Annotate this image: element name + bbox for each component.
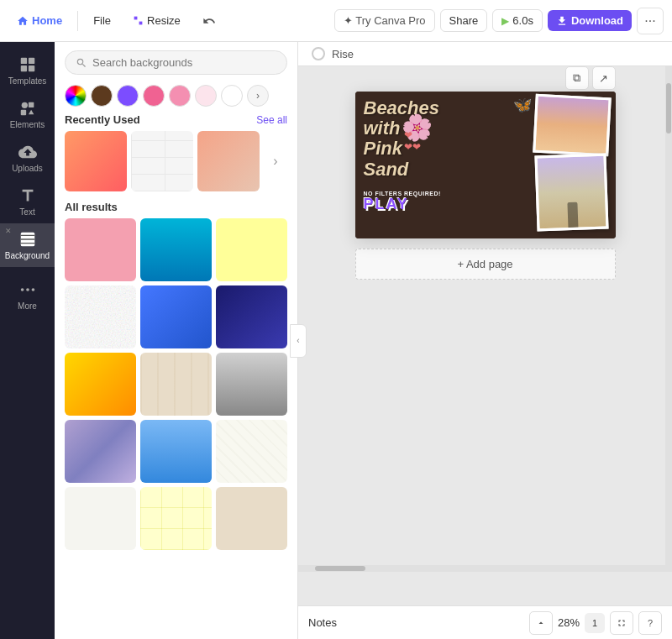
fit-page-button[interactable] [610,611,633,635]
text-icon [18,186,37,205]
svg-point-13 [31,288,34,291]
svg-point-12 [26,288,29,291]
search-icon [76,57,87,69]
main-layout: Templates Elements Uploads Text ✕ Backgr… [0,42,672,639]
copy-page-button[interactable]: ⧉ [565,66,589,90]
panel-scrollable[interactable]: Recently Used See all › A [55,113,297,639]
fullscreen-icon [617,618,627,628]
scroll-thumb-bottom[interactable] [315,566,365,571]
pink-light-swatch[interactable] [195,85,217,107]
all-results-header: All results [65,201,287,213]
sidebar-item-background[interactable]: ✕ Background [0,223,55,267]
sidebar-item-templates[interactable]: Templates [0,49,55,92]
svg-rect-7 [28,102,33,107]
bg-thumb-7[interactable] [65,353,136,416]
zoom-out-button[interactable] [529,611,553,635]
sidebar-item-elements[interactable]: Elements [0,92,55,136]
undo-icon [202,14,216,28]
canvas-scroll[interactable]: ⧉ ↗ BeacheswithPinkSand NO FILTERS REQUI… [298,66,672,605]
bg-thumb-14[interactable] [140,487,212,550]
all-results-row-5 [65,487,287,550]
panel-collapse-handle[interactable]: ‹ [290,324,307,358]
undo-button[interactable] [194,10,224,32]
bg-thumb-2[interactable] [140,218,212,281]
bg-thumb-15[interactable] [216,487,287,550]
svg-rect-0 [134,17,138,20]
sidebar-item-uploads[interactable]: Uploads [0,136,55,180]
topbar: Home File Resize ✦ Try Canva Pro Share ▶… [0,0,672,42]
recently-used-header: Recently Used See all [65,113,287,126]
pink-medium-swatch[interactable] [169,85,191,107]
gradient-swatch[interactable] [65,85,87,107]
play-icon: ▶ [501,15,509,27]
try-pro-button[interactable]: ✦ Try Canva Pro [334,9,435,32]
purple-swatch[interactable] [117,85,139,107]
search-box[interactable] [65,50,287,75]
page-indicator: 1 [585,613,605,633]
bg-thumb-4[interactable] [65,285,136,348]
more-options-button[interactable]: ··· [637,8,664,34]
recent-more-btn[interactable]: › [264,131,287,191]
sidebar-item-text[interactable]: Text [0,180,55,223]
bg-thumb-11[interactable] [140,420,212,483]
svg-rect-3 [28,58,34,64]
scroll-track-bottom [298,565,665,572]
share-button[interactable]: Share [440,9,488,32]
home-icon [17,15,29,27]
search-input[interactable] [92,56,276,69]
polaroid-1 [533,94,612,157]
panel-search [55,42,297,80]
bg-thumb-8[interactable] [140,353,212,416]
all-results-row-1 [65,218,287,281]
timer-badge: ▶ 6.0s [492,9,543,32]
notes-button[interactable]: Notes [308,616,337,629]
recent-thumb-2[interactable] [131,131,193,191]
recent-thumb-3[interactable] [197,131,260,191]
chevron-up-icon [536,618,546,628]
svg-point-6 [21,102,27,108]
home-button[interactable]: Home [8,10,71,31]
recent-thumb-1[interactable] [65,131,127,191]
hearts-decoration: ❤❤❤ [404,129,421,153]
bottom-right: 28% 1 ? [529,611,662,635]
download-icon [556,15,568,27]
bg-thumb-12[interactable] [216,420,287,483]
recently-used-row: › [65,131,287,191]
templates-icon [18,55,37,74]
download-button[interactable]: Download [548,10,632,31]
canvas-area: Rise ⧉ ↗ BeacheswithPinkSand [298,42,672,639]
add-page-button[interactable]: + Add page [355,249,616,280]
bg-thumb-5[interactable] [140,285,212,348]
uploads-icon [18,143,37,161]
icon-sidebar: Templates Elements Uploads Text ✕ Backgr… [0,42,55,639]
file-button[interactable]: File [85,10,119,31]
all-results-row-2 [65,285,287,348]
photo-polaroid [490,96,612,234]
bg-thumb-13[interactable] [65,487,136,550]
help-button[interactable]: ? [638,611,662,635]
white-swatch[interactable] [221,85,243,107]
resize-button[interactable]: Resize [124,10,189,31]
canvas-title-bar: Rise [298,42,672,66]
bg-thumb-3[interactable] [216,218,287,281]
more-swatches-button[interactable]: › [247,85,269,107]
svg-point-11 [20,288,24,291]
svg-rect-8 [20,110,25,115]
panel-outer: › Recently Used See all › [55,42,298,639]
canvas-title: Rise [332,48,354,60]
bg-thumb-6[interactable] [216,285,287,348]
all-results-row-3 [65,353,287,416]
zoom-level[interactable]: 28% [558,616,580,629]
canvas-page[interactable]: BeacheswithPinkSand NO FILTERS REQUIRED!… [355,92,616,238]
svg-rect-1 [139,22,143,25]
sidebar-item-more[interactable]: More [0,274,55,317]
pink-dark-swatch[interactable] [143,85,165,107]
share-page-button[interactable]: ↗ [592,66,616,90]
backgrounds-panel: › Recently Used See all › [55,42,298,639]
bg-thumb-9[interactable] [216,353,287,416]
bg-thumb-10[interactable] [65,420,136,483]
bg-thumb-1[interactable] [65,218,136,281]
scroll-thumb-right[interactable] [666,83,671,134]
resize-icon [133,15,144,26]
brown-swatch[interactable] [91,85,113,107]
